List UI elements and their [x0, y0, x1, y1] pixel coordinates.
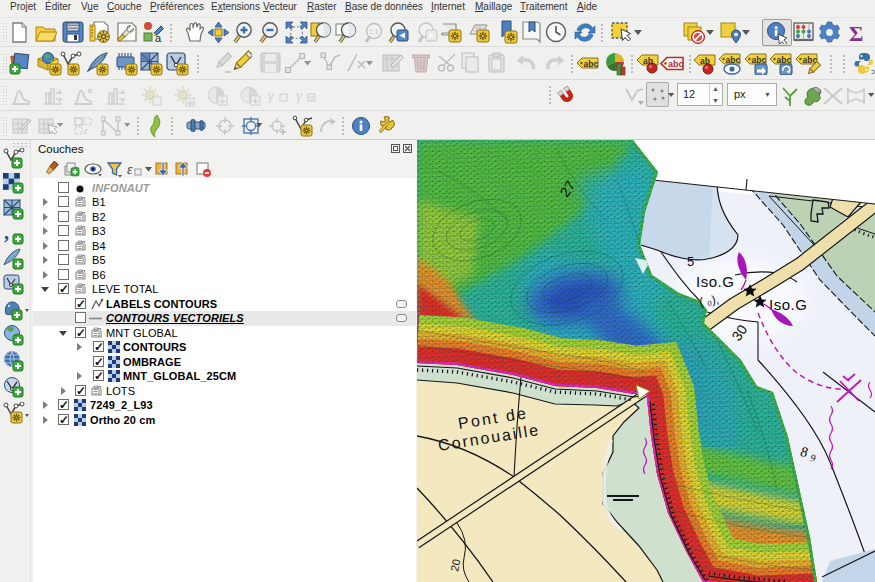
svg-text:γ: γ — [268, 87, 275, 103]
svg-text:a: a — [155, 32, 162, 44]
svg-text:Iso.G: Iso.G — [696, 273, 734, 290]
svg-text:>: > — [871, 68, 875, 76]
svg-text:20: 20 — [448, 558, 462, 572]
svg-text:,: , — [4, 224, 9, 243]
svg-text:γ: γ — [296, 87, 303, 103]
svg-text:ε: ε — [84, 125, 88, 136]
svg-text:abc: abc — [668, 59, 684, 69]
svg-text:Σ: Σ — [849, 21, 863, 44]
svg-text:ε: ε — [127, 162, 133, 177]
svg-text:5: 5 — [687, 254, 694, 269]
svg-text:( ₀),: ( ₀), — [698, 292, 719, 309]
svg-text:1:1: 1:1 — [369, 28, 379, 35]
